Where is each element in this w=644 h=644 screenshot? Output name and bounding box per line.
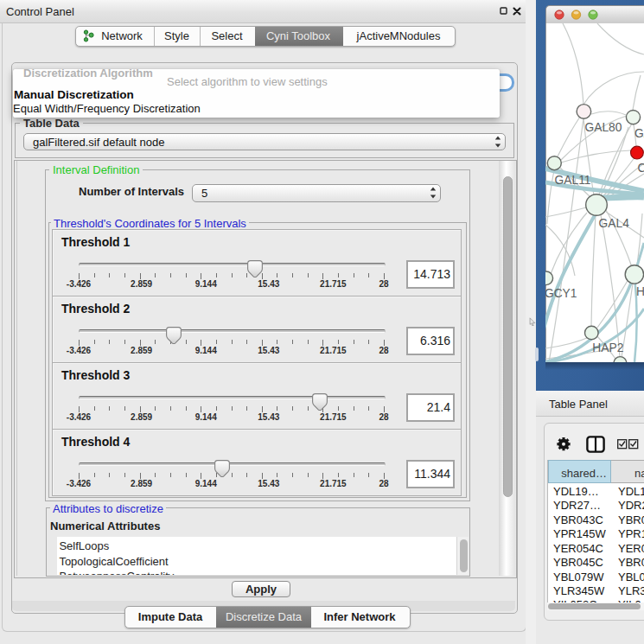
svg-text:GAL80: GAL80 xyxy=(585,121,622,134)
svg-text:GAL4: GAL4 xyxy=(599,217,630,230)
svg-text:GAL11: GAL11 xyxy=(555,174,591,187)
svg-text:HAP2: HAP2 xyxy=(592,341,623,354)
svg-text:HAP4: HAP4 xyxy=(636,285,644,298)
svg-text:GCY1: GCY1 xyxy=(545,287,577,300)
svg-text:C: C xyxy=(638,162,644,175)
svg-text:GAL1: GAL1 xyxy=(634,127,644,140)
